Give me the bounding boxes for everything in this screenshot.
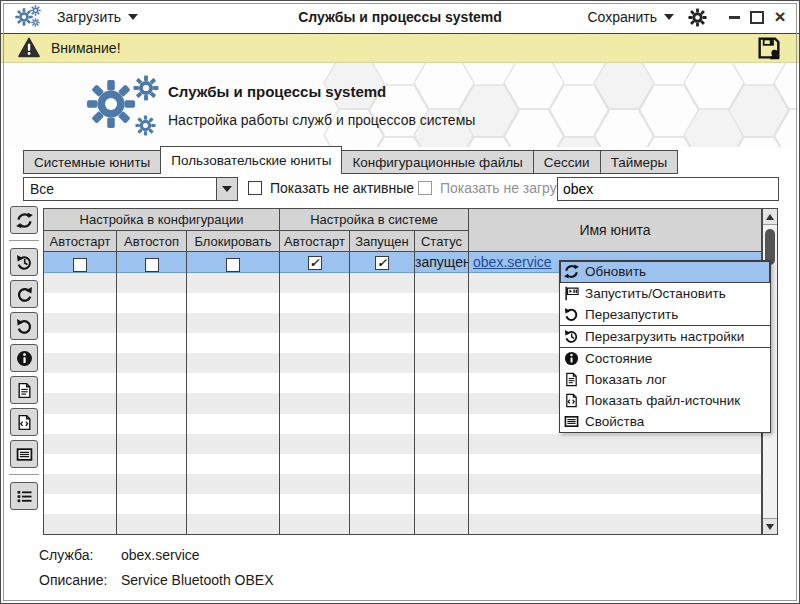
toolbar-separator <box>9 474 39 476</box>
restart-icon <box>564 307 579 322</box>
group-header-system: Настройка в системе <box>280 209 469 231</box>
table-row-empty[interactable] <box>44 474 762 494</box>
menu-item-properties[interactable]: Свойства <box>560 411 770 432</box>
refresh-icon <box>16 212 33 229</box>
group-header-config: Настройка в конфигурации <box>44 209 280 231</box>
dropdown-arrow-button[interactable] <box>216 178 237 200</box>
page-subtitle: Настройка работы служб и процессов систе… <box>168 112 475 128</box>
show-inactive-label: Показать не активные <box>270 180 414 196</box>
list-icon <box>16 488 33 505</box>
column-header-running: Запущен <box>350 231 415 252</box>
rerun-button[interactable] <box>10 312 38 340</box>
arrow-up-icon <box>766 214 774 220</box>
settings-gear-icon[interactable] <box>688 8 707 27</box>
show-source-button[interactable] <box>10 408 38 436</box>
checkbox-box <box>248 181 262 195</box>
warning-text: Внимание! <box>51 40 121 56</box>
table-row-empty[interactable] <box>44 454 762 474</box>
chevron-down-icon <box>222 186 232 192</box>
log-icon <box>16 382 33 399</box>
log-icon <box>564 372 579 387</box>
title-bar: Загрузить Службы и процессы systemd Сохр… <box>1 1 799 34</box>
minimize-icon <box>729 16 740 19</box>
show-inactive-checkbox[interactable]: Показать не активные <box>248 180 414 196</box>
tab-sessions[interactable]: Сессии <box>533 150 601 174</box>
save-menu-button[interactable]: Сохранить <box>587 9 674 25</box>
menu-item-start-stop[interactable]: Запустить/Остановить <box>560 283 770 304</box>
arrow-down-icon <box>766 524 774 530</box>
checkbox-box <box>418 181 432 195</box>
service-value: obex.service <box>121 547 200 563</box>
maximize-button[interactable] <box>750 10 764 24</box>
warning-bar: Внимание! <box>1 34 799 63</box>
menu-item-refresh[interactable]: Обновить <box>560 261 770 283</box>
status-cell: запущен <box>415 252 469 273</box>
column-header-status: Статус <box>415 231 469 252</box>
properties-button[interactable] <box>10 440 38 468</box>
column-header-block: Блокировать <box>187 231 280 252</box>
app-gears-icon <box>15 5 43 29</box>
restart-icon <box>16 286 33 303</box>
chevron-down-icon <box>128 14 138 20</box>
filter-row: Все Показать не активные Показать не заг… <box>1 175 799 203</box>
autostart-config-checkbox[interactable] <box>73 258 87 272</box>
side-toolbar <box>7 206 41 514</box>
menu-item-show-source[interactable]: Показать файл-источник <box>560 390 770 411</box>
warning-triangle-icon <box>17 37 41 59</box>
restart-button[interactable] <box>10 280 38 308</box>
show-log-button[interactable] <box>10 376 38 404</box>
autostop-checkbox[interactable] <box>145 258 159 272</box>
context-menu: Обновить Запустить/Остановить Перезапуст… <box>559 260 771 433</box>
autostart-system-checkbox[interactable]: ✓ <box>308 256 322 270</box>
page-title: Службы и процессы systemd <box>168 83 386 100</box>
unit-list-button[interactable] <box>10 482 38 510</box>
menu-item-show-log[interactable]: Показать лог <box>560 369 770 390</box>
table-row-empty[interactable] <box>44 434 762 454</box>
info-icon <box>564 351 579 366</box>
scope-dropdown-value: Все <box>24 181 216 197</box>
save-file-icon[interactable] <box>757 36 781 60</box>
maximize-icon <box>750 11 764 24</box>
menu-item-state[interactable]: Состояние <box>560 348 770 369</box>
tab-config-files[interactable]: Конфигурационные файлы <box>341 150 533 174</box>
column-header-unit-name: Имя юнита <box>469 209 762 252</box>
block-checkbox[interactable] <box>226 258 240 272</box>
load-menu-label: Загрузить <box>57 9 121 25</box>
description-label: Описание: <box>39 572 107 588</box>
scroll-up-button[interactable] <box>763 209 777 225</box>
column-header-autostart-system: Автостарт <box>280 231 350 252</box>
tab-user-units[interactable]: Пользовательские юниты <box>160 146 342 174</box>
unit-search-input[interactable] <box>557 177 779 201</box>
properties-icon <box>16 446 33 463</box>
description-value: Service Bluetooth OBEX <box>121 572 274 588</box>
save-menu-label: Сохранить <box>587 9 657 25</box>
unit-name-link[interactable]: obex.service <box>469 254 552 270</box>
column-header-autostop: Автостоп <box>117 231 187 252</box>
scroll-down-button[interactable] <box>763 518 777 534</box>
table-row-empty[interactable] <box>44 494 762 514</box>
app-window: Загрузить Службы и процессы systemd Сохр… <box>0 0 800 604</box>
source-icon <box>16 414 33 431</box>
reload-settings-icon <box>564 329 579 344</box>
tab-timers[interactable]: Таймеры <box>600 150 679 174</box>
source-icon <box>564 393 579 408</box>
table-row-empty[interactable] <box>44 514 762 535</box>
start-stop-flag-icon <box>564 286 579 301</box>
info-icon <box>16 350 33 367</box>
refresh-icon <box>564 264 579 279</box>
menu-item-restart[interactable]: Перезапустить <box>560 304 770 326</box>
minimize-button[interactable] <box>727 10 741 24</box>
refresh-button[interactable] <box>10 206 38 234</box>
close-button[interactable] <box>773 10 787 24</box>
menu-item-reload-settings[interactable]: Перезагрузить настройки <box>560 326 770 348</box>
blue-gears-logo <box>86 75 162 141</box>
state-button[interactable] <box>10 344 38 372</box>
running-checkbox[interactable]: ✓ <box>375 256 389 270</box>
tab-system-units[interactable]: Системные юниты <box>23 150 161 174</box>
reload-settings-icon <box>16 254 33 271</box>
service-label: Служба: <box>39 547 93 563</box>
scope-dropdown[interactable]: Все <box>23 177 238 201</box>
reload-settings-button[interactable] <box>10 248 38 276</box>
header-banner: Службы и процессы systemd Настройка рабо… <box>2 63 798 147</box>
load-menu-button[interactable]: Загрузить <box>57 9 138 25</box>
